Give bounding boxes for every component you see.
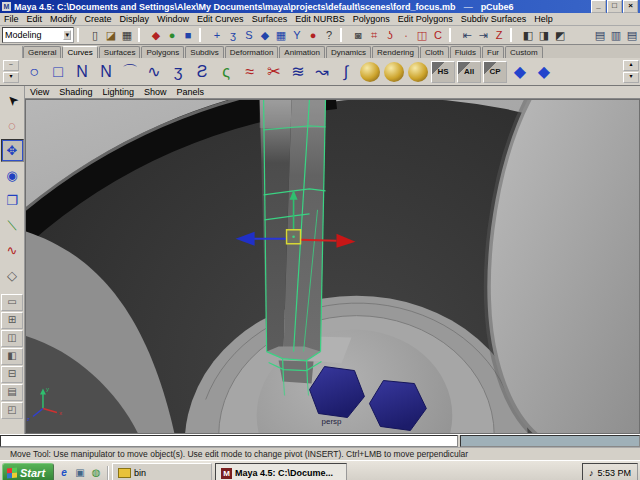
- shelf-button-hs[interactable]: HS: [431, 61, 455, 83]
- layout-two-pane[interactable]: ◫: [1, 330, 23, 347]
- menu-modify[interactable]: Modify: [46, 14, 81, 24]
- ipr-render-icon[interactable]: ◨: [536, 28, 552, 43]
- layout-single-pane[interactable]: ▭: [1, 294, 23, 311]
- shelf-handle[interactable]: –: [3, 60, 19, 71]
- render-current-frame-icon[interactable]: ◧: [520, 28, 536, 43]
- select-hierarchy-icon[interactable]: ◆: [148, 28, 164, 43]
- shelf-tab-deformation[interactable]: Deformation: [225, 46, 279, 58]
- mask-grid-icon[interactable]: ▦: [273, 28, 289, 43]
- toggle-ui-c-icon[interactable]: ▤: [624, 28, 640, 43]
- arc-tool-icon[interactable]: ⌒: [118, 60, 142, 84]
- menu-edit-curves[interactable]: Edit Curves: [193, 14, 248, 24]
- menu-file[interactable]: File: [0, 14, 23, 24]
- panel-menu-lighting[interactable]: Lighting: [97, 87, 139, 97]
- input-connections-icon[interactable]: ⇤: [459, 28, 475, 43]
- tray-volume-icon[interactable]: ♪: [589, 468, 594, 478]
- cut-curve-icon[interactable]: ✂: [262, 60, 286, 84]
- toggle-ui-b-icon[interactable]: ▥: [608, 28, 624, 43]
- shelf-tab-dynamics[interactable]: Dynamics: [326, 46, 371, 58]
- layout-four-pane[interactable]: ⊞: [1, 312, 23, 329]
- shelf-tab-fluids[interactable]: Fluids: [450, 46, 481, 58]
- layout-persp-outliner[interactable]: ◧: [1, 348, 23, 365]
- viewport-persp[interactable]: y x z persp: [25, 99, 640, 434]
- status-divider[interactable]: [449, 28, 456, 42]
- shader-sphere-icon-2[interactable]: [384, 62, 404, 82]
- last-tool[interactable]: ◇: [1, 264, 24, 287]
- shelf-button-all[interactable]: All: [457, 61, 481, 83]
- minimize-button[interactable]: _: [591, 0, 606, 13]
- menu-create[interactable]: Create: [81, 14, 116, 24]
- menu-help[interactable]: Help: [530, 14, 557, 24]
- shelf-tab-rendering[interactable]: Rendering: [372, 46, 419, 58]
- shelf-button-cp[interactable]: CP: [483, 61, 507, 83]
- command-input[interactable]: [0, 435, 458, 447]
- task-button-maya[interactable]: M Maya 4.5: C:\Docume...: [215, 463, 347, 480]
- curve-fillet-icon[interactable]: ≋: [286, 60, 310, 84]
- panel-menu-shading[interactable]: Shading: [54, 87, 97, 97]
- maximize-button[interactable]: □: [607, 0, 622, 13]
- panel-menu-view[interactable]: View: [25, 87, 54, 97]
- pencil-curve-tool-icon[interactable]: ∿: [142, 60, 166, 84]
- offset-curve-icon[interactable]: ∫: [334, 60, 358, 84]
- menu-window[interactable]: Window: [153, 14, 193, 24]
- detach-curves-icon[interactable]: Ƨ: [190, 60, 214, 84]
- scale-tool[interactable]: ❐: [1, 189, 24, 212]
- output-connections-icon[interactable]: ⇥: [475, 28, 491, 43]
- mask-joints-icon[interactable]: Y: [289, 28, 305, 43]
- shelf-tab-curves[interactable]: Curves: [62, 46, 97, 58]
- rotate-tool[interactable]: ◉: [1, 164, 24, 187]
- internet-explorer-icon[interactable]: e: [57, 466, 71, 480]
- menu-polygons[interactable]: Polygons: [349, 14, 394, 24]
- shelf-scroll-up-button[interactable]: ▴: [623, 60, 639, 71]
- attach-curves-icon[interactable]: ʒ: [166, 60, 190, 84]
- layout-persp-graph[interactable]: ⊟: [1, 366, 23, 383]
- shelf-scroll-down-button[interactable]: ▾: [623, 72, 639, 83]
- mask-points-icon[interactable]: +: [209, 28, 225, 43]
- mask-curves-icon[interactable]: ʒ: [225, 28, 241, 43]
- shader-sphere-icon-1[interactable]: [360, 62, 380, 82]
- square-tool-icon[interactable]: □: [46, 60, 70, 84]
- status-divider[interactable]: [138, 28, 145, 42]
- menu-edit[interactable]: Edit: [23, 14, 47, 24]
- open-scene-icon[interactable]: ◪: [103, 28, 119, 43]
- shelf-tab-polygons[interactable]: Polygons: [141, 46, 184, 58]
- menu-edit-nurbs[interactable]: Edit NURBS: [291, 14, 349, 24]
- status-divider[interactable]: [199, 28, 206, 42]
- start-button[interactable]: Start: [2, 463, 54, 480]
- lock-selection-icon[interactable]: ◙: [350, 28, 366, 43]
- snap-point-icon[interactable]: ∙: [398, 28, 414, 43]
- snap-curve-icon[interactable]: ʖ: [382, 28, 398, 43]
- show-desktop-icon[interactable]: ▣: [73, 466, 87, 480]
- open-close-curve-icon[interactable]: ≈: [238, 60, 262, 84]
- construction-history-icon[interactable]: Z: [491, 28, 507, 43]
- media-player-icon[interactable]: ◍: [89, 466, 103, 480]
- select-component-icon[interactable]: ■: [180, 28, 196, 43]
- custom-poly-icon-2[interactable]: ◆: [532, 60, 556, 84]
- snap-grid-icon[interactable]: ⌗: [366, 28, 382, 43]
- move-tool[interactable]: ✥: [1, 139, 24, 162]
- shelf-tab-cloth[interactable]: Cloth: [420, 46, 449, 58]
- shelf-menu-button[interactable]: ▾: [3, 72, 19, 83]
- mask-misc-icon[interactable]: ?: [321, 28, 337, 43]
- shelf-tab-surfaces[interactable]: Surfaces: [99, 46, 141, 58]
- layout-multi[interactable]: ◰: [1, 402, 23, 419]
- manipulator-x-handle[interactable]: [301, 240, 337, 241]
- lasso-select-tool[interactable]: ◌: [1, 114, 24, 137]
- align-curves-icon[interactable]: ς: [214, 60, 238, 84]
- mask-surfaces-icon[interactable]: S: [241, 28, 257, 43]
- menu-surfaces[interactable]: Surfaces: [248, 14, 292, 24]
- status-divider[interactable]: [77, 28, 84, 42]
- shelf-tab-fur[interactable]: Fur: [482, 46, 504, 58]
- menu-set-selector[interactable]: Modeling ▾: [2, 27, 74, 43]
- viewport-canvas[interactable]: y x z persp: [26, 100, 639, 433]
- mask-polygons-icon[interactable]: ◆: [257, 28, 273, 43]
- shelf-tab-custom[interactable]: Custom: [505, 46, 543, 58]
- toggle-ui-a-icon[interactable]: ▤: [592, 28, 608, 43]
- shelf-tab-animation[interactable]: Animation: [279, 46, 325, 58]
- show-manipulator-tool[interactable]: ⟍: [1, 214, 24, 237]
- layout-hypergraph[interactable]: ▤: [1, 384, 23, 401]
- panel-menu-show[interactable]: Show: [139, 87, 172, 97]
- make-live-icon[interactable]: C: [430, 28, 446, 43]
- snap-view-plane-icon[interactable]: ◫: [414, 28, 430, 43]
- menu-edit-polygons[interactable]: Edit Polygons: [394, 14, 457, 24]
